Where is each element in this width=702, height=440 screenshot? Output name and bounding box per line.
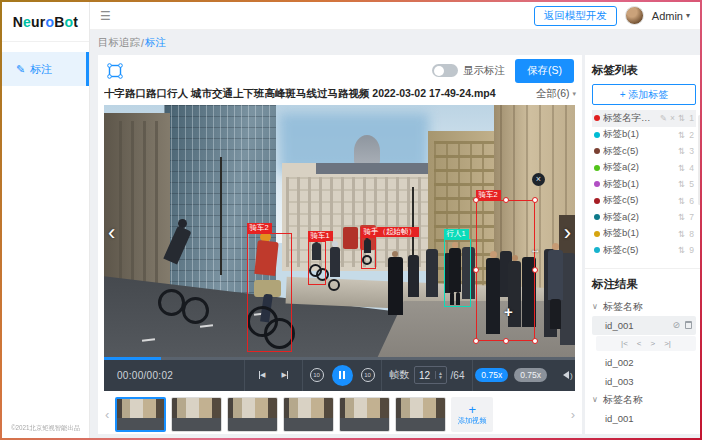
save-button[interactable]: 保存(S)	[515, 59, 574, 83]
spin-down-icon[interactable]: ▼	[438, 375, 443, 379]
player-controls: 00:00/00:02 ◀ ▶ 10 10	[104, 360, 575, 391]
filter-dropdown[interactable]: 全部(6) ▾	[536, 87, 576, 101]
show-annotations-label: 显示标注	[463, 64, 505, 78]
thumbs-next-arrow[interactable]: ›	[570, 407, 576, 422]
bbox-pedestrian1[interactable]: 行人1	[444, 239, 471, 307]
sidebar-item-annotate[interactable]: ✎ 标注	[2, 52, 89, 86]
trash-icon[interactable]	[685, 321, 692, 329]
delete-icon[interactable]: ×	[670, 113, 675, 123]
video-thumbnail[interactable]	[395, 397, 446, 432]
resize-handle[interactable]	[473, 338, 479, 344]
avatar[interactable]	[625, 6, 644, 25]
video-thumbnail[interactable]	[339, 397, 390, 432]
resize-handle[interactable]	[532, 338, 538, 344]
back-to-model-dev-button[interactable]: 返回模型开发	[534, 6, 617, 26]
tag-row[interactable]: 标签a(2) ⇅ 7	[592, 209, 696, 226]
time-display: 00:00/00:02	[104, 360, 244, 391]
video-frame[interactable]: 骑车2 骑车1 骑手（起始帧） 行人1	[104, 105, 575, 357]
tag-row[interactable]: 标签b(1) ⇅ 2	[592, 127, 696, 144]
tag-row[interactable]: 标签名字最长数... ✎ × ⇅ 1	[592, 110, 696, 127]
thumbs-prev-arrow[interactable]: ‹	[104, 407, 110, 422]
pager-first[interactable]: |<	[621, 339, 628, 348]
video-thumbnail[interactable]	[283, 397, 334, 432]
speed-pill-active[interactable]: 0.75x	[475, 368, 508, 382]
frame-pager: |< < > >|	[596, 336, 696, 351]
result-item[interactable]: id_002	[592, 428, 696, 435]
pager-prev[interactable]: <	[637, 339, 642, 348]
scrollbar[interactable]	[698, 115, 700, 205]
skip-back-10-button[interactable]: 10	[310, 368, 324, 382]
scene-lamp-post	[220, 157, 222, 275]
tag-row[interactable]: 标签b(1) ⇅ 5	[592, 176, 696, 193]
sort-icon: ⇅	[678, 146, 685, 156]
caret-down-icon: ∨	[592, 302, 599, 311]
pause-button[interactable]	[332, 365, 353, 386]
rect-select-tool-icon[interactable]	[106, 62, 124, 80]
tag-row[interactable]: 标签c(5) ⇅ 6	[592, 193, 696, 210]
scene-pedestrian	[386, 251, 406, 317]
delete-box-icon[interactable]: ×	[532, 173, 545, 186]
tag-row[interactable]: 标签c(5) ⇅ 3	[592, 143, 696, 160]
tag-row[interactable]: 标签a(2) ⇅ 4	[592, 160, 696, 177]
show-annotations-toggle[interactable]	[432, 64, 458, 77]
tag-row[interactable]: 标签b(1) ⇅ 8	[592, 226, 696, 243]
result-item[interactable]: id_003	[592, 372, 696, 391]
resize-handle[interactable]	[473, 197, 479, 203]
prev-video-arrow[interactable]: ‹	[108, 223, 115, 243]
caret-down-icon: ∨	[592, 395, 599, 404]
scene-cyclist-helmet	[328, 241, 344, 297]
annotation-panel: 显示标注 保存(S) 十字路口路口行人 城市交通上下班高峰斑马线过马路视频 20…	[98, 55, 582, 434]
username: Admin	[652, 10, 683, 22]
skip-forward-10-button[interactable]: 10	[361, 368, 375, 382]
result-group-header[interactable]: ∨ 标签名称	[592, 298, 696, 316]
add-tag-button[interactable]: + 添加标签	[592, 84, 696, 105]
speed-pill[interactable]: 0.75x	[514, 368, 547, 382]
filter-label: 全部(6)	[536, 87, 570, 101]
volume-icon[interactable]: )	[559, 371, 573, 380]
tag-row[interactable]: 标签c(5) ⇅ 9	[592, 242, 696, 259]
tag-shortcut: 2	[688, 130, 694, 140]
resize-handle[interactable]	[473, 267, 479, 273]
tag-color-dot	[594, 247, 600, 253]
next-video-arrow[interactable]: ›	[564, 223, 571, 243]
add-video-button[interactable]: + 添加视频	[451, 397, 493, 432]
breadcrumb: 目标追踪 / 标注	[98, 35, 698, 51]
results-title: 标注结果	[592, 277, 696, 292]
result-item[interactable]: id_001	[592, 409, 696, 428]
resize-handle[interactable]	[532, 197, 538, 203]
bbox-rider-startframe[interactable]: 骑手（起始帧）	[361, 237, 376, 269]
tag-name: 标签b(1)	[603, 227, 675, 240]
tag-color-dot	[594, 148, 600, 154]
result-group-header[interactable]: ∨ 标签名称	[592, 391, 696, 409]
sort-icon: ⇅	[678, 196, 685, 206]
result-item[interactable]: id_002	[592, 353, 696, 372]
resize-handle[interactable]	[503, 197, 509, 203]
app-window: NeuroBot ✎ 标注 ©2021北京矩视智能出品 ☰ 返回模型开发 Adm…	[2, 2, 700, 438]
breadcrumb-separator: /	[141, 37, 144, 49]
next-frame-button[interactable]: ▶	[282, 371, 289, 379]
frame-number-value: 12	[415, 370, 435, 381]
prev-frame-button[interactable]: ◀	[259, 371, 266, 379]
video-thumbnail[interactable]	[171, 397, 222, 432]
resize-handle[interactable]	[503, 338, 509, 344]
pager-last[interactable]: >|	[664, 339, 671, 348]
video-thumbnail[interactable]	[115, 397, 166, 432]
frame-stepper[interactable]: ▲ ▼	[435, 371, 446, 379]
hide-icon[interactable]: ⊘	[672, 320, 680, 330]
collapse-menu-icon[interactable]: ☰	[100, 9, 111, 23]
frame-number-input[interactable]: 12 ▲ ▼	[414, 366, 447, 384]
chevron-down-icon: ▾	[686, 11, 690, 20]
video-player: 骑车2 骑车1 骑手（起始帧） 行人1	[104, 105, 575, 391]
tag-name: 标签b(1)	[603, 128, 675, 141]
tag-shortcut: 7	[688, 212, 694, 222]
edit-icon[interactable]: ✎	[660, 113, 667, 123]
result-item-selected[interactable]: id_001 ⊘	[592, 316, 696, 335]
video-thumbnail[interactable]	[227, 397, 278, 432]
bbox-rider2[interactable]: 骑车2	[247, 233, 292, 352]
breadcrumb-parent[interactable]: 目标追踪	[98, 36, 140, 50]
user-menu[interactable]: Admin ▾	[652, 10, 690, 22]
bbox-rider1[interactable]: 骑车1	[308, 241, 326, 285]
tag-name: 标签名字最长数...	[603, 112, 657, 125]
pager-next[interactable]: >	[651, 339, 656, 348]
content-area: 目标追踪 / 标注	[90, 30, 700, 438]
